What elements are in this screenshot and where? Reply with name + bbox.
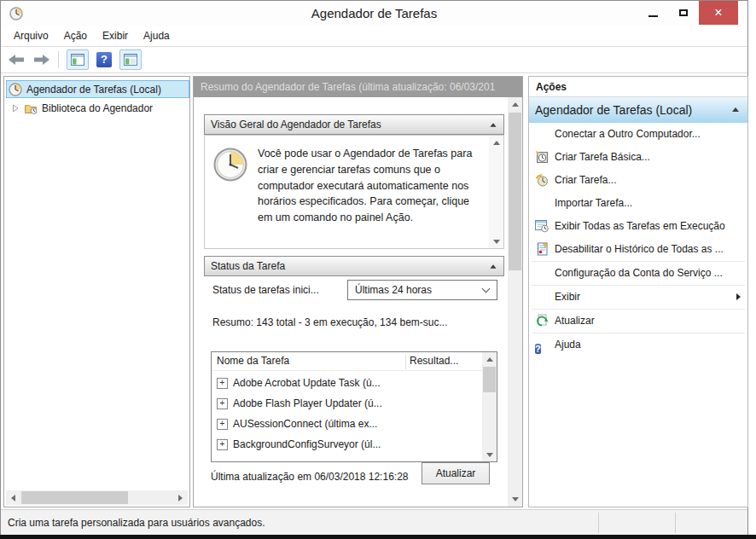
table-row[interactable]: +BackgroundConfigSurveyor (úl... (212, 434, 481, 455)
action-label: Conectar a Outro Computador... (555, 128, 701, 140)
scroll-up-icon[interactable] (508, 97, 522, 112)
scroll-right-icon[interactable] (173, 490, 188, 505)
app-window: Agendador de Tarefas × Arquivo Ação Exib… (0, 0, 748, 536)
action-show-running-tasks[interactable]: Exibir Todas as Tarefas em Execução (529, 215, 747, 238)
task-name: Adobe Acrobat Update Task (ú... (233, 377, 381, 389)
action-help[interactable]: ? Ajuda (529, 333, 747, 356)
action-label: Configuração da Conta do Serviço ... (555, 267, 723, 279)
menu-acao[interactable]: Ação (56, 26, 95, 46)
action-refresh[interactable]: Atualizar (529, 310, 747, 333)
task-name: BackgroundConfigSurveyor (úl... (233, 438, 381, 450)
action-service-account-config[interactable]: Configuração da Conta do Serviço ... (529, 262, 747, 285)
help-icon: ? (535, 338, 549, 351)
status-summary-line: Resumo: 143 total - 3 em execução, 134 b… (212, 316, 447, 328)
submenu-arrow-icon (736, 293, 741, 300)
toolbar: ? (1, 47, 747, 73)
scroll-left-icon[interactable] (6, 490, 20, 505)
tree-item-library[interactable]: Biblioteca do Agendador (4, 99, 189, 117)
collapse-icon[interactable] (490, 123, 496, 127)
table-header-row: Nome da Tarefa Resultad... (212, 352, 482, 371)
running-tasks-icon (535, 219, 549, 233)
menu-exibir[interactable]: Exibir (95, 26, 136, 46)
last-update-text: Última atualização em 06/03/2018 12:16:2… (211, 471, 409, 483)
column-header-result[interactable]: Resultad... (410, 352, 458, 370)
actions-group-header[interactable]: Agendador de Tarefas (Local) (529, 97, 747, 123)
library-folder-icon (24, 101, 38, 115)
tree-horizontal-scrollbar[interactable] (6, 490, 188, 505)
scroll-up-icon[interactable] (489, 136, 503, 149)
action-create-task[interactable]: Criar Tarefa... (529, 169, 747, 192)
close-button[interactable]: × (699, 1, 738, 25)
scroll-down-icon[interactable] (508, 492, 522, 507)
basic-task-icon (535, 150, 549, 164)
overview-title: Visão Geral do Agendador de Tarefas (211, 119, 381, 130)
scroll-down-icon[interactable] (482, 448, 497, 461)
show-action-pane-button[interactable] (119, 49, 142, 70)
show-console-tree-button[interactable] (67, 49, 89, 70)
help-toolbar-button[interactable]: ? (94, 50, 114, 69)
action-label: Exibir (555, 291, 580, 303)
collapse-icon[interactable] (732, 107, 739, 112)
status-filter-label: Status de tarefas inici... (212, 284, 319, 296)
task-table: Nome da Tarefa Resultad... +Adobe Acroba… (211, 351, 497, 462)
action-label: Importar Tarefa... (555, 197, 632, 209)
status-bar: Cria uma tarefa personalizada para usuár… (1, 509, 747, 536)
window-title: Agendador de Tarefas (1, 1, 747, 26)
actions-title: Ações (529, 77, 747, 97)
table-row[interactable]: +Adobe Acrobat Update Task (ú... (212, 373, 481, 393)
summary-vertical-scrollbar[interactable] (508, 97, 522, 507)
task-name: AUSessionConnect (última ex... (233, 418, 377, 430)
tree-library-label: Biblioteca do Agendador (42, 102, 153, 114)
scroll-down-icon[interactable] (489, 235, 503, 248)
maximize-button[interactable] (668, 1, 699, 25)
column-divider[interactable] (405, 354, 406, 369)
create-task-icon (535, 173, 549, 187)
title-bar: Agendador de Tarefas × (1, 1, 747, 26)
action-label: Ajuda (555, 339, 581, 351)
table-row[interactable]: +AUSessionConnect (última ex... (212, 414, 481, 434)
collapse-icon[interactable] (490, 264, 496, 269)
overview-description: Você pode usar o Agendador de Tarefas pa… (258, 146, 483, 226)
task-status-section-header[interactable]: Status da Tarefa (204, 256, 504, 276)
column-header-name[interactable]: Nome da Tarefa (217, 352, 289, 370)
actions-group-title: Agendador de Tarefas (Local) (535, 103, 692, 117)
expand-plus-icon[interactable]: + (217, 398, 228, 409)
expand-plus-icon[interactable]: + (217, 439, 228, 450)
action-create-basic-task[interactable]: Criar Tarefa Básica... (529, 146, 747, 169)
action-view-submenu[interactable]: Exibir (529, 286, 747, 309)
table-row[interactable]: +Adobe Flash Player Updater (ú... (212, 393, 481, 414)
overview-scrollbar[interactable] (489, 136, 503, 248)
scrollbar-thumb[interactable] (483, 367, 496, 392)
expander-icon[interactable] (11, 104, 20, 113)
overview-section-body: Você pode usar o Agendador de Tarefas pa… (204, 135, 504, 249)
action-disable-history[interactable]: Desabilitar o Histórico de Todas as ... (529, 238, 747, 261)
scrollbar-thumb[interactable] (509, 113, 521, 270)
action-import-task[interactable]: Importar Tarefa... (529, 192, 747, 215)
overview-section-header[interactable]: Visão Geral do Agendador de Tarefas (204, 114, 504, 135)
refresh-button[interactable]: Atualizar (422, 462, 490, 484)
tree-root-label: Agendador de Tarefas (Local) (26, 84, 161, 96)
expand-plus-icon[interactable]: + (217, 419, 228, 430)
summary-panel: Resumo do Agendador de Tarefas (última a… (193, 76, 523, 507)
time-range-dropdown[interactable]: Últimas 24 horas (347, 280, 497, 300)
scrollbar-thumb[interactable] (21, 491, 128, 504)
action-connect-computer[interactable]: Conectar a Outro Computador... (529, 123, 747, 146)
toolbar-separator (58, 51, 59, 68)
help-icon: ? (96, 52, 112, 67)
chevron-down-icon (482, 285, 491, 293)
menu-arquivo[interactable]: Arquivo (6, 26, 56, 46)
dropdown-value: Últimas 24 horas (355, 284, 432, 296)
table-scrollbar[interactable] (482, 352, 497, 461)
refresh-icon (535, 314, 549, 327)
status-bar-divider (598, 513, 599, 533)
menu-ajuda[interactable]: Ajuda (136, 26, 177, 46)
back-arrow-icon[interactable] (8, 53, 26, 67)
clock-icon (9, 83, 22, 96)
minimize-button[interactable] (637, 1, 668, 25)
forward-arrow-icon[interactable] (32, 53, 50, 67)
scroll-up-icon[interactable] (482, 352, 497, 366)
tree-item-root[interactable]: Agendador de Tarefas (Local) (4, 80, 189, 98)
task-status-title: Status da Tarefa (211, 260, 285, 272)
expand-plus-icon[interactable]: + (217, 378, 228, 389)
action-label: Desabilitar o Histórico de Todas as ... (555, 243, 724, 255)
